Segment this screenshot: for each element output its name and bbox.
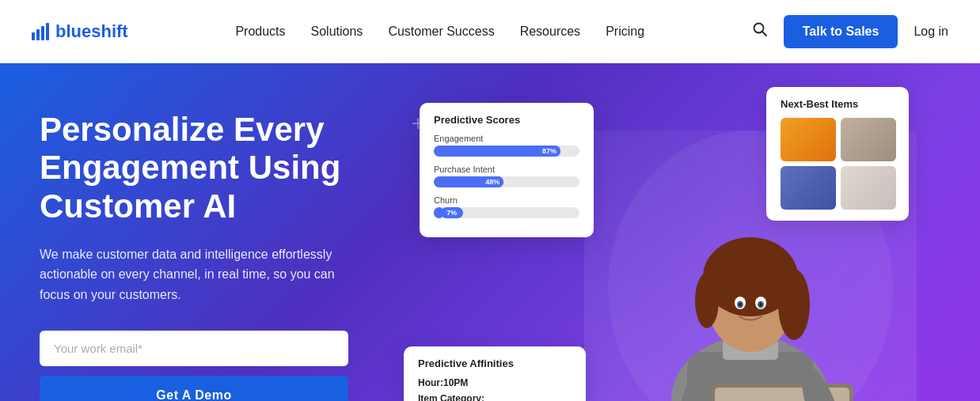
nav-products[interactable]: Products — [235, 25, 285, 39]
affinities-card-title: Predictive Affinities — [418, 357, 572, 369]
svg-point-16 — [759, 302, 762, 306]
affinity-hour-label: Hour: — [418, 377, 443, 388]
predictive-affinities-card: Predictive Affinities Hour:10PM Item Cat… — [404, 346, 586, 401]
score-row-churn: Churn 7% — [434, 195, 579, 218]
hero-right: Predictive Scores Engagement 87% Purchas… — [380, 63, 980, 401]
hero-section: + + Personalize Every Engagement Using C… — [0, 63, 980, 401]
svg-point-10 — [695, 273, 719, 328]
score-bar-bg-churn: 7% — [434, 207, 579, 218]
next-image-2 — [841, 118, 896, 161]
get-demo-button[interactable]: Get A Demo — [40, 376, 348, 401]
hero-left: Personalize Every Engagement Using Custo… — [0, 63, 380, 401]
svg-point-9 — [778, 269, 810, 340]
score-badge-engagement: 87% — [538, 146, 560, 157]
score-bar-bg-purchase: 48% — [434, 176, 579, 187]
search-icon[interactable] — [752, 21, 768, 41]
scores-card-title: Predictive Scores — [434, 114, 579, 126]
nav-pricing[interactable]: Pricing — [606, 25, 644, 39]
score-badge-churn: 7% — [441, 207, 463, 218]
login-link[interactable]: Log in — [914, 25, 948, 39]
main-nav: Products Solutions Customer Success Reso… — [235, 25, 644, 39]
score-row-engagement: Engagement 87% — [434, 134, 579, 157]
predictive-scores-card: Predictive Scores Engagement 87% Purchas… — [420, 103, 594, 237]
affinity-hour-value: 10PM — [443, 377, 468, 388]
next-image-3 — [781, 166, 836, 210]
hero-subtitle: We make customer data and intelligence e… — [40, 244, 340, 305]
score-bar-purchase: 48% — [434, 176, 503, 187]
affinity-hour: Hour:10PM — [418, 377, 572, 388]
score-bar-churn: 7% — [434, 207, 444, 218]
svg-point-15 — [739, 302, 742, 306]
nav-customer-success[interactable]: Customer Success — [388, 25, 494, 39]
logo-bar-2 — [36, 29, 40, 40]
score-label-engagement: Engagement — [434, 134, 579, 143]
next-images-grid — [781, 118, 895, 210]
logo-bars-icon — [32, 23, 49, 40]
header: blueshift Products Solutions Customer Su… — [0, 0, 980, 63]
score-label-purchase: Purchase Intent — [434, 165, 579, 174]
logo-bar-4 — [46, 23, 49, 40]
logo[interactable]: blueshift — [32, 21, 128, 42]
nav-resources[interactable]: Resources — [520, 25, 580, 39]
next-best-items-card: Next-Best Items — [766, 87, 909, 221]
score-badge-purchase: 48% — [481, 176, 503, 187]
next-image-4 — [841, 166, 896, 210]
score-bar-bg-engagement: 87% — [434, 146, 579, 157]
email-input[interactable] — [40, 331, 348, 366]
logo-text: blueshift — [55, 21, 128, 42]
logo-bar-3 — [41, 26, 44, 40]
header-right: Talk to Sales Log in — [752, 15, 948, 48]
next-card-title: Next-Best Items — [781, 98, 895, 110]
score-row-purchase: Purchase Intent 48% — [434, 165, 579, 187]
hero-title: Personalize Every Engagement Using Custo… — [40, 111, 380, 225]
affinity-category: Item Category: — [418, 393, 572, 401]
nav-solutions[interactable]: Solutions — [311, 25, 363, 39]
score-label-churn: Churn — [434, 195, 579, 205]
score-bar-engagement: 87% — [434, 146, 560, 157]
affinity-category-label: Item Category: — [418, 393, 484, 401]
svg-line-1 — [762, 32, 766, 36]
next-image-1 — [781, 118, 836, 161]
logo-bar-1 — [32, 32, 35, 40]
talk-to-sales-button[interactable]: Talk to Sales — [784, 15, 898, 48]
